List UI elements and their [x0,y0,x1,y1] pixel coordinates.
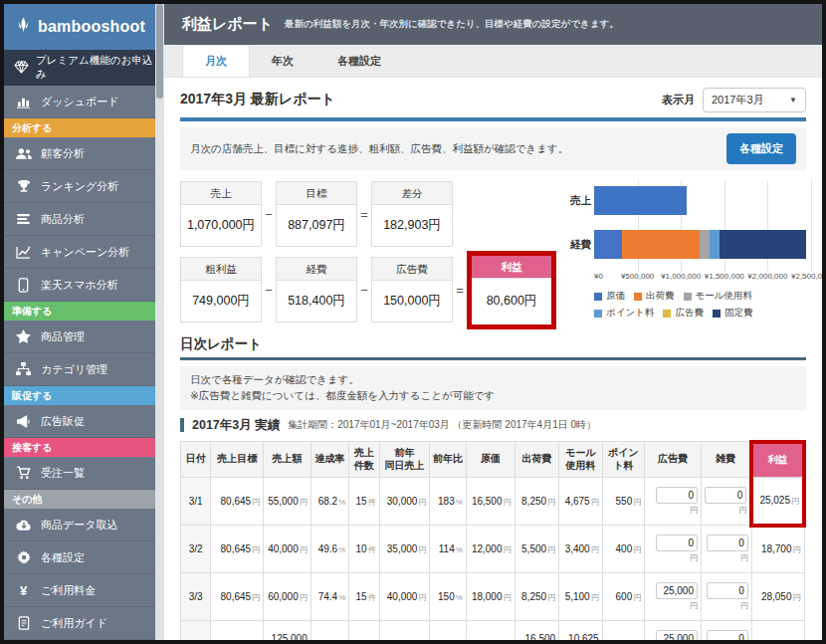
ad_cost-input[interactable] [656,535,698,551]
monthly-description: 月次の店舗売上、目標に対する進捗、粗利額、広告費、利益額が確認できます。 [190,141,568,157]
bar-segment-固定費 [720,230,806,259]
sidebar-section-header: 接客する [4,438,155,457]
x-tick-label: ¥500,000 [621,272,654,281]
sidebar-item[interactable]: ご利用ガイド [4,607,155,640]
display-month-value: 2017年3月 [712,93,764,107]
cell-shipping: 8,250円 [515,478,559,526]
tab-月次[interactable]: 月次 [182,45,250,77]
cell-profit: 28,050円 [751,573,804,621]
settings-button[interactable]: 各種設定 [726,133,796,164]
sidebar-item[interactable]: カテゴリ管理 [4,353,155,386]
misc_cost-input[interactable] [707,630,748,640]
kpi-operator: − [357,283,371,298]
sidebar-item[interactable]: 楽天スマホ分析 [4,269,155,302]
cell-rate: 68.2% [310,478,349,526]
column-header-target: 売上目標 [211,442,264,478]
sidebar-item[interactable]: ランキング分析 [4,170,155,203]
sidebar-item-label: 商品データ取込 [41,518,118,533]
cell-prev_year: 30,000円 [379,621,430,641]
cell-misc_cost: 円 [702,478,752,526]
cell-value: 80,645 [221,496,252,507]
cell-value: 3,400 [565,543,590,554]
logo[interactable]: bambooshoot [4,4,155,50]
monthly-description-band: 月次の店舗売上、目標に対する進捗、粗利額、広告費、利益額が確認できます。 各種設… [180,127,806,170]
table-row: 3/180,645円55,000円68.2%15件30,000円183%16,5… [181,478,805,526]
kpi-box: 広告費150,000円 [371,257,453,322]
kpi-value: 1,070,000円 [181,205,261,246]
sidebar-item[interactable]: 商品管理 [4,321,155,353]
chart-legend: 原価出荷費モール使用料ポイント料広告費固定費 [594,290,822,320]
kpi-box: 粗利益749,000円 [180,257,262,322]
unit-suffix: % [456,498,463,507]
cell-value: 114 [439,543,455,554]
cell-value: 417 [438,639,455,640]
legend-item: 広告費 [663,307,704,320]
logo-text: bambooshoot [38,18,145,36]
legend-swatch [594,310,602,318]
unit-suffix: 円 [252,498,260,507]
kpi-operator: − [262,207,276,222]
cell-value: 80,645 [221,543,252,554]
ad_cost-input[interactable] [656,630,698,640]
sidebar-item[interactable]: 各種設定 [4,541,155,574]
cell-misc_cost: 円 [702,621,752,641]
cell-yoy: 417% [430,621,466,641]
sidebar-item-label: 広告販促 [41,414,85,429]
sidebar-item[interactable]: 受注一覧 [4,457,155,490]
misc_cost-input[interactable] [705,487,746,504]
display-month-select[interactable]: 2017年3月 ▼ [703,88,806,112]
legend-label: 広告費 [675,307,704,320]
sidebar-scrollbar[interactable] [155,4,164,640]
sidebar-item[interactable]: 顧客分析 [4,137,155,170]
bamboo-logo-icon [16,17,31,37]
column-header-misc_cost: 雑費 [702,442,752,478]
unit-suffix: 円 [504,498,512,507]
unit-suffix: 円 [300,498,308,507]
sidebar-item[interactable]: 広告販促 [4,405,155,438]
cell-value: 15 [356,496,367,507]
kpi-area: 売上1,070,000円−目標887,097円=差分182,903円粗利益749… [180,180,560,331]
sidebar-item[interactable]: 商品データ取込 [4,509,155,541]
legend-swatch [663,310,671,318]
sidebar-item[interactable]: ダッシュボード [4,86,155,118]
column-header-sales: 売上額 [264,442,311,478]
kpi-value: 749,000円 [181,281,261,322]
legend-label: 原価 [606,290,625,303]
kpi-operator: = [453,283,467,298]
cell-rate: 49.6% [310,526,349,573]
scrollbar-thumb[interactable] [156,4,163,99]
tab-各種設定[interactable]: 各種設定 [315,45,403,77]
kpi-box-profit-highlighted: 利益80,600円 [467,251,556,329]
cell-value: 80,645 [221,591,252,602]
misc_cost-input[interactable] [707,582,748,599]
cell-value: 40,000 [268,543,299,554]
yen-icon: ¥ [15,583,32,597]
cell-value: 68.2 [318,496,337,507]
sidebar-item-label: キャンペーン分析 [41,245,129,260]
diamond-icon [14,61,29,76]
unit-suffix: 円 [738,506,746,515]
sidebar-item[interactable]: キャンペーン分析 [4,236,155,269]
kpi-operator: − [262,283,276,298]
cell-value: 10 [356,543,367,554]
bar-chart-icon [15,95,32,108]
unit-suffix: 円 [793,545,801,554]
unit-suffix: 円 [591,545,599,554]
sidebar-item-premium[interactable]: プレミアム機能のお申込み [4,50,155,86]
chart-bar-labels: 売上経費 [566,180,594,272]
x-tick-label: ¥2,000,000 [747,272,787,281]
misc_cost-input[interactable] [707,535,748,551]
column-header-count: 売上 件数 [349,442,379,478]
unit-suffix: 円 [547,545,555,554]
smartphone-icon [15,278,32,293]
ad_cost-input[interactable] [656,582,698,599]
tab-年次[interactable]: 年次 [250,45,315,77]
unit-suffix: % [456,545,463,554]
sidebar-item[interactable]: 商品分析 [4,203,155,236]
table-row: 3/480,645円125,000円155.0%30件30,000円417%37… [181,621,805,641]
legend-swatch [713,310,721,318]
sidebar-item[interactable]: ¥ご利用料金 [4,574,155,607]
chart-x-axis: ¥0¥500,000¥1,000,000¥1,500,000¥2,000,000… [594,272,811,284]
ad_cost-input[interactable] [656,487,698,504]
legend-swatch [594,293,602,301]
